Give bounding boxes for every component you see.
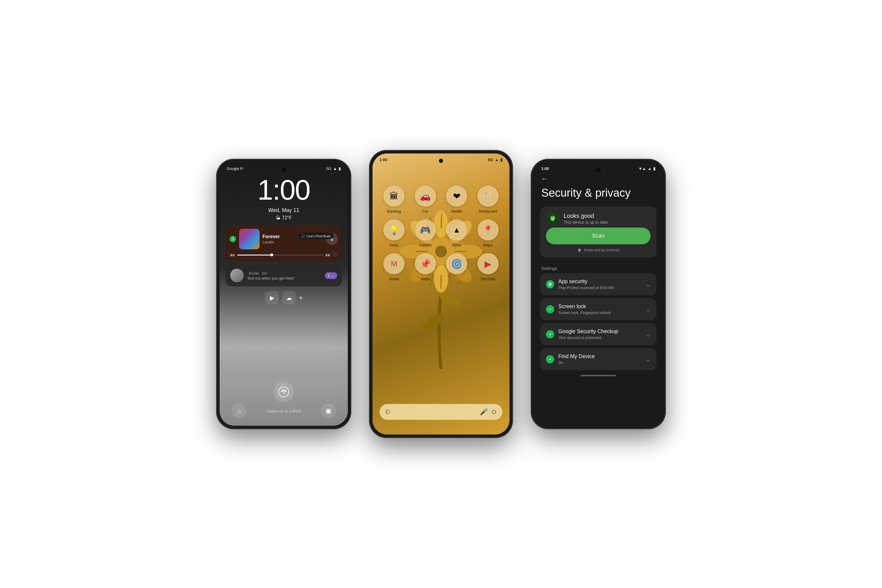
sec-time: 1:00 bbox=[541, 166, 549, 171]
fingerprint-button[interactable] bbox=[273, 382, 294, 402]
music-widget[interactable]: S Forever Lavahi ⏸ 🎧 Liza's Pixel Buds bbox=[225, 225, 342, 262]
app-car[interactable]: 🚗 Car bbox=[413, 186, 438, 213]
settings-section-label: Settings bbox=[534, 261, 662, 273]
progress-fill bbox=[237, 255, 272, 255]
wallet-nav-button[interactable]: ▣ bbox=[321, 404, 336, 418]
maps-icon: 📍 bbox=[477, 219, 499, 240]
restaurant-icon: 🍴 bbox=[477, 186, 499, 207]
camera-cutout bbox=[282, 168, 286, 172]
app-security-subtitle: Play Protect scanned at 8:00 AM bbox=[558, 285, 642, 290]
app-grid: 🏛 Banking 🚗 Car ❤ Health 🍴 Restaurant bbox=[372, 168, 510, 287]
home-time: 1:00 bbox=[380, 158, 387, 162]
looks-good-row: Looks good This device is up to date bbox=[546, 212, 651, 225]
chevron-icon: ⌄ bbox=[331, 273, 334, 278]
home-status-icons: 5G ▲ ▮ bbox=[488, 158, 502, 162]
shield-icon bbox=[546, 212, 560, 225]
notification-widget[interactable]: Eunie 2m Text me when you get here! 2 ⌄ bbox=[225, 265, 342, 286]
mic-icon[interactable]: 🎤 bbox=[480, 408, 488, 416]
heart-icon[interactable]: ♡ bbox=[333, 252, 338, 258]
app-drive[interactable]: ▲ Drive bbox=[444, 219, 470, 247]
next-icon[interactable]: ⏭ bbox=[326, 252, 331, 258]
svg-point-2 bbox=[421, 312, 446, 332]
app-security-item[interactable]: App security Play Protect scanned at 8:0… bbox=[540, 273, 657, 295]
app-security-title: App security bbox=[558, 278, 642, 285]
signal-icon: ▲ bbox=[333, 166, 337, 171]
carrier-label: Google Fi bbox=[226, 166, 243, 171]
app-banking[interactable]: 🏛 Banking bbox=[381, 186, 407, 213]
weather-icon: 🌤 bbox=[276, 215, 280, 220]
google-logo: G bbox=[386, 408, 390, 416]
games-label: Games bbox=[419, 243, 432, 247]
scan-button[interactable]: Scan bbox=[546, 228, 651, 244]
banking-icon: 🏛 bbox=[383, 186, 405, 207]
security-title: Security & privacy bbox=[534, 187, 662, 206]
camera-cutout-2 bbox=[439, 159, 443, 163]
app-maps[interactable]: 📍 Maps bbox=[476, 219, 501, 247]
phone-1-lockscreen: Google Fi 5G ▲ ▮ 1:00 Wed, May 11 🌤 72°F… bbox=[216, 159, 351, 429]
nav-pill bbox=[580, 375, 616, 376]
buds-label: Liza's Pixel Buds bbox=[306, 234, 331, 238]
maps2-icon: 📌 bbox=[415, 253, 436, 274]
app-security-chevron: ⌄ bbox=[646, 281, 651, 288]
home-screen: 1:00 5G ▲ ▮ 🏛 Banking 🚗 Car bbox=[372, 153, 510, 435]
app-keep[interactable]: 💡 Keep bbox=[381, 219, 407, 247]
google-security-title: Google Security Checkup bbox=[558, 328, 642, 334]
find-my-device-subtitle: On bbox=[558, 360, 642, 365]
gmail-label: Gmail bbox=[389, 277, 399, 281]
app-gmail[interactable]: M Gmail bbox=[381, 253, 407, 281]
lens-icon[interactable]: ⊙ bbox=[491, 408, 496, 416]
screen-lock-title: Screen lock bbox=[558, 303, 642, 310]
find-my-device-chevron: ⌄ bbox=[646, 356, 651, 363]
music-artist: Lavahi bbox=[262, 240, 323, 244]
progress-track bbox=[237, 255, 323, 255]
drive-label: Drive bbox=[452, 243, 461, 247]
banking-label: Banking bbox=[387, 209, 401, 213]
app-games[interactable]: 🎮 Games bbox=[413, 219, 438, 247]
app-youtube[interactable]: ▶ YouTube bbox=[476, 253, 501, 281]
spotify-icon: S bbox=[230, 236, 236, 242]
fingerprint-area[interactable] bbox=[273, 382, 294, 402]
google-security-item[interactable]: Google Security Checkup Your account is … bbox=[540, 323, 657, 345]
phone-3-security: 1:00 ▼▲ ▲ ▮ ← Security & privacy bbox=[531, 159, 666, 429]
contact-avatar bbox=[230, 269, 244, 282]
find-my-device-title: Find My Device bbox=[558, 353, 642, 360]
notification-text: Eunie 2m Text me when you get here! bbox=[247, 270, 321, 280]
car-icon: 🚗 bbox=[415, 186, 436, 207]
app-maps2[interactable]: 📌 Maps bbox=[413, 253, 438, 281]
lock-bottom-nav: ⌂ Swipe up to unlock ▣ bbox=[220, 404, 348, 418]
home-nav-button[interactable]: ⌂ bbox=[231, 404, 247, 418]
previous-icon[interactable]: ⏮ bbox=[230, 252, 235, 258]
lock-weather: 🌤 72°F bbox=[220, 215, 348, 220]
camera-cutout-3 bbox=[596, 168, 600, 172]
app-health[interactable]: ❤ Health bbox=[444, 186, 470, 213]
music-progress-bar[interactable]: ⏮ ⏭ ♡ bbox=[230, 252, 338, 258]
car-label: Car bbox=[422, 209, 428, 213]
music-top: S Forever Lavahi ⏸ bbox=[230, 229, 338, 249]
games-icon: 🎮 bbox=[415, 219, 436, 240]
youtube-icon: ▶ bbox=[477, 253, 499, 274]
screen-lock-chevron: ⌄ bbox=[646, 306, 651, 313]
quick-tiles: ▶ ☁ bbox=[225, 291, 342, 304]
notification-badge[interactable]: 2 ⌄ bbox=[325, 272, 337, 279]
find-my-device-item[interactable]: Find My Device On ⌄ bbox=[540, 348, 657, 370]
notif-time: 2m bbox=[262, 271, 267, 276]
home-search-bar[interactable]: G 🎤 ⊙ bbox=[380, 404, 502, 420]
app-security-status-icon bbox=[546, 280, 554, 288]
lock-time: 1:00 bbox=[220, 174, 348, 206]
back-button[interactable]: ← bbox=[534, 171, 662, 187]
signal-label: 5G bbox=[326, 166, 332, 171]
maps-label: Maps bbox=[483, 243, 493, 247]
google-security-text: Google Security Checkup Your account is … bbox=[558, 328, 642, 340]
appshortcut-tile[interactable]: ☁ bbox=[282, 291, 296, 304]
app-restaurant[interactable]: 🍴 Restaurant bbox=[476, 186, 501, 213]
screen-lock-item[interactable]: Screen lock Screen lock, Fingerprint unl… bbox=[540, 298, 657, 320]
youtube-tile[interactable]: ▶ bbox=[265, 291, 279, 304]
phone-2-homescreen: 1:00 5G ▲ ▮ 🏛 Banking 🚗 Car bbox=[369, 150, 513, 438]
weather-temp: 72°F bbox=[282, 215, 292, 220]
home-battery-icon: ▮ bbox=[500, 158, 502, 162]
looks-good-title: Looks good bbox=[564, 213, 608, 219]
home-signal: 5G bbox=[488, 158, 493, 162]
status-icons: 5G ▲ ▮ bbox=[326, 166, 341, 171]
dot-indicator bbox=[299, 296, 302, 299]
app-pinwheel[interactable]: 🌀 bbox=[444, 253, 470, 281]
